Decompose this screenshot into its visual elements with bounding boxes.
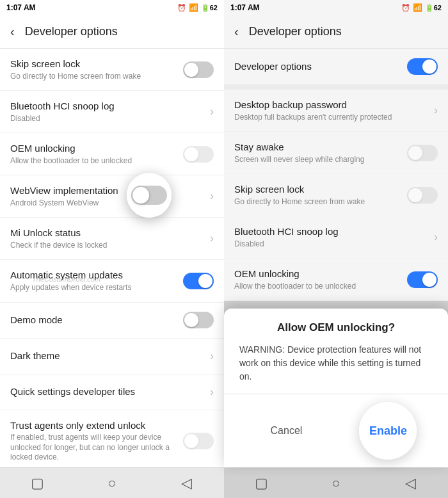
right-stay-awake-toggle[interactable] [407, 145, 438, 161]
left-panel: 1:07 AM ⏰ 📶 🔋62 ‹ Developer options Skip… [0, 0, 224, 498]
right-bluetooth-hci-title: Bluetooth HCI snoop log [234, 225, 429, 238]
mi-unlock-subtitle: Check if the device is locked [10, 241, 205, 251]
trust-agents-title: Trust agents only extend unlock [10, 419, 178, 432]
left-nav-square[interactable]: ▢ [18, 468, 56, 499]
mi-unlock-chevron: › [210, 232, 214, 245]
oem-unlocking-title: OEM unlocking [10, 142, 178, 155]
right-stay-awake-subtitle: Screen will never sleep while charging [234, 155, 402, 165]
right-nav-square[interactable]: ▢ [242, 468, 280, 499]
right-wifi-icon: 📶 [413, 3, 422, 12]
webview-chevron: › [210, 189, 214, 203]
right-setting-desktop-backup[interactable]: Desktop backup password Desktop full bac… [224, 90, 448, 132]
right-setting-dev-options[interactable]: Developer options [224, 49, 448, 84]
right-bottom-nav: ▢ ○ ◁ [224, 467, 448, 498]
auto-updates-toggle[interactable] [183, 273, 214, 289]
left-back-button[interactable]: ‹ [10, 24, 15, 39]
left-status-icons: ⏰ 📶 🔋62 [177, 3, 218, 12]
bluetooth-hci-subtitle: Disabled [10, 114, 205, 124]
right-setting-bluetooth-hci[interactable]: Bluetooth HCI snoop log Disabled › [224, 216, 448, 259]
oem-unlocking-subtitle: Allow the bootloader to be unlocked [10, 156, 178, 166]
enable-button-wrap: Enable [359, 402, 417, 460]
right-setting-stay-awake[interactable]: Stay awake Screen will never sleep while… [224, 132, 448, 174]
right-setting-oem-unlocking[interactable]: OEM unlocking Allow the bootloader to be… [224, 259, 448, 301]
right-time: 1:07 AM [230, 3, 260, 12]
setting-demo-mode[interactable]: Demo mode [0, 303, 224, 339]
dialog-title: Allow OEM unlocking? [224, 309, 448, 341]
right-status-icons: ⏰ 📶 🔋62 [401, 3, 442, 12]
battery-icon: 🔋62 [201, 4, 218, 12]
right-status-bar: 1:07 AM ⏰ 📶 🔋62 [224, 0, 448, 15]
trust-agents-toggle[interactable] [183, 433, 214, 449]
oem-dialog: Allow OEM unlocking? WARNING: Device pro… [224, 309, 448, 467]
left-nav-circle[interactable]: ○ [93, 468, 131, 499]
demo-mode-toggle[interactable] [183, 312, 214, 328]
trust-agents-toggle-thumb [184, 434, 198, 448]
setting-trust-agents[interactable]: Trust agents only extend unlock If enabl… [0, 410, 224, 467]
skip-screen-lock-toggle[interactable] [183, 61, 214, 78]
left-nav-triangle[interactable]: ◁ [168, 468, 206, 499]
right-skip-lock-subtitle: Go directly to Home screen from wake [234, 197, 402, 207]
setting-dark-theme[interactable]: Dark theme › [0, 339, 224, 374]
right-dev-options-thumb [422, 60, 436, 74]
setting-webview[interactable]: WebView implementation Android System We… [0, 175, 224, 218]
right-desktop-backup-subtitle: Desktop full backups aren't currently pr… [234, 113, 429, 123]
oem-toggle-large-thumb [132, 187, 149, 204]
right-dev-options-toggle[interactable] [407, 58, 438, 75]
right-separator [224, 84, 448, 90]
left-scroll-content: Skip screen lock Go directly to Home scr… [0, 49, 224, 467]
webview-title: WebView implementation [10, 184, 205, 197]
watermark: TheCustomDroid.com [32, 275, 100, 283]
left-header: ‹ Developer options [0, 15, 224, 49]
right-header-title: Developer options [249, 25, 342, 38]
right-skip-lock-thumb [408, 188, 422, 202]
right-nav-circle[interactable]: ○ [317, 468, 355, 499]
setting-mi-unlock[interactable]: Mi Unlock status Check if the device is … [0, 218, 224, 260]
quick-tiles-chevron: › [210, 385, 214, 399]
setting-skip-screen-lock-title: Skip screen lock [10, 58, 178, 70]
oem-unlocking-toggle[interactable] [183, 146, 214, 163]
right-desktop-backup-chevron: › [434, 104, 438, 117]
auto-updates-subtitle: Apply updates when device restarts [10, 283, 178, 293]
right-battery-icon: 🔋62 [425, 4, 442, 12]
left-bottom-nav: ▢ ○ ◁ [0, 467, 224, 498]
right-stay-awake-thumb [408, 146, 422, 160]
left-time: 1:07 AM [6, 3, 36, 12]
mi-unlock-title: Mi Unlock status [10, 227, 205, 239]
dialog-divider [224, 394, 448, 394]
dark-theme-chevron: › [210, 349, 214, 363]
right-stay-awake-title: Stay awake [234, 141, 402, 154]
setting-bluetooth-hci[interactable]: Bluetooth HCI snoop log Disabled › [0, 91, 224, 133]
right-skip-lock-toggle[interactable] [407, 187, 438, 204]
right-setting-skip-lock[interactable]: Skip screen lock Go directly to Home scr… [224, 174, 448, 216]
dialog-buttons: Cancel Enable [224, 397, 448, 467]
right-back-button[interactable]: ‹ [234, 24, 239, 39]
right-dev-options-title: Developer options [234, 60, 402, 73]
right-desktop-backup-title: Desktop backup password [234, 99, 429, 111]
dialog-body: WARNING: Device protection features will… [224, 341, 448, 394]
oem-toggle-large [131, 186, 167, 205]
setting-quick-tiles[interactable]: Quick settings developer tiles › [0, 374, 224, 410]
bluetooth-hci-chevron: › [210, 105, 214, 118]
setting-skip-screen-lock-subtitle: Go directly to Home screen from wake [10, 72, 178, 82]
demo-mode-toggle-thumb [184, 313, 198, 327]
right-nav-triangle[interactable]: ◁ [392, 468, 430, 499]
quick-tiles-title: Quick settings developer tiles [10, 385, 205, 398]
right-oem-unlocking-toggle[interactable] [407, 271, 438, 288]
demo-mode-title: Demo mode [10, 314, 178, 326]
wifi-icon: 📶 [189, 3, 198, 12]
right-oem-unlocking-subtitle: Allow the bootloader to be unlocked [234, 282, 402, 292]
oem-toggle-overlay [127, 173, 172, 218]
right-bluetooth-hci-chevron: › [434, 230, 438, 244]
auto-updates-toggle-thumb [198, 274, 212, 288]
dark-theme-title: Dark theme [10, 349, 205, 362]
dialog-cancel-button[interactable]: Cancel [255, 417, 318, 444]
right-oem-unlocking-thumb [422, 273, 436, 287]
right-alarm-icon: ⏰ [401, 4, 410, 12]
dialog-enable-button[interactable]: Enable [369, 424, 407, 438]
trust-agents-subtitle: If enabled, trust agents will keep your … [10, 433, 178, 463]
app-container: 1:07 AM ⏰ 📶 🔋62 ‹ Developer options Skip… [0, 0, 448, 498]
setting-skip-screen-lock[interactable]: Skip screen lock Go directly to Home scr… [0, 49, 224, 91]
setting-oem-unlocking[interactable]: OEM unlocking Allow the bootloader to be… [0, 133, 224, 175]
alarm-icon: ⏰ [177, 4, 186, 12]
webview-subtitle: Android System WebView [10, 198, 205, 209]
